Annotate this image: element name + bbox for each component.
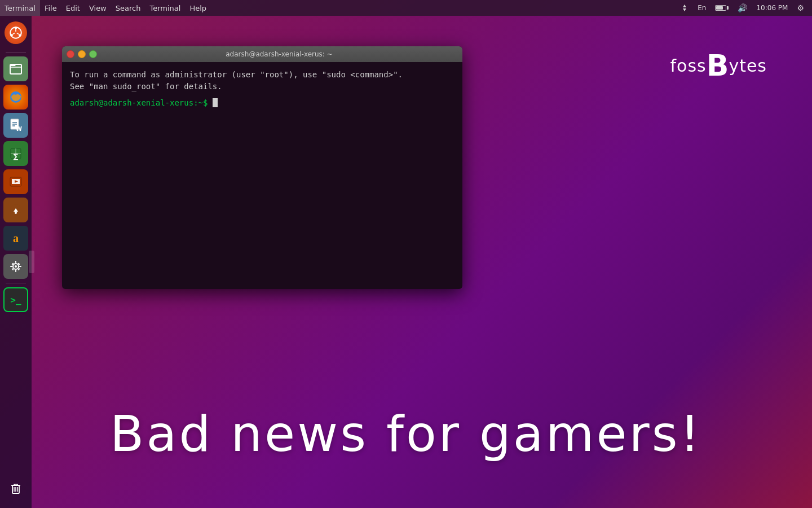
volume-icon[interactable]: 🔊 bbox=[735, 3, 749, 12]
menubar-left: Terminal File Edit View Search Terminal … bbox=[0, 0, 678, 16]
network-arrows-icon[interactable] bbox=[678, 4, 691, 12]
menu-search[interactable]: Search bbox=[111, 0, 145, 16]
terminal-line-1: To run a command as administrator (user … bbox=[70, 69, 454, 81]
menu-appname[interactable]: Terminal bbox=[0, 0, 40, 16]
sidebar-item-amazon[interactable]: a bbox=[3, 226, 28, 251]
svg-point-5 bbox=[10, 34, 13, 37]
sidebar-item-libreoffice-writer[interactable]: W bbox=[3, 113, 28, 138]
menu-edit[interactable]: Edit bbox=[61, 0, 85, 16]
svg-point-3 bbox=[15, 27, 17, 29]
svg-marker-0 bbox=[683, 5, 686, 7]
menu-view[interactable]: View bbox=[85, 0, 111, 16]
sidebar-item-terminal[interactable]: >_ bbox=[3, 287, 28, 312]
svg-point-29 bbox=[15, 265, 17, 268]
svg-rect-32 bbox=[10, 266, 12, 267]
desktop-headline: Bad news for gamers! bbox=[34, 405, 778, 463]
sidebar-expand-toggle[interactable] bbox=[29, 251, 34, 273]
svg-rect-31 bbox=[15, 270, 16, 272]
ubuntu-home-button[interactable] bbox=[3, 20, 28, 45]
sidebar: W ∑ a bbox=[0, 16, 32, 508]
fossbytes-B-text: B bbox=[707, 51, 729, 80]
settings-gear-icon[interactable]: ⚙ bbox=[795, 3, 806, 12]
terminal-title: adarsh@adarsh-xenial-xerus: ~ bbox=[100, 50, 458, 58]
svg-marker-1 bbox=[683, 8, 686, 11]
fossbytes-logo: foss B ytes bbox=[670, 51, 767, 80]
sidebar-item-system-settings[interactable] bbox=[3, 254, 28, 279]
sidebar-divider bbox=[6, 52, 26, 52]
sidebar-item-firefox[interactable] bbox=[3, 85, 28, 110]
terminal-titlebar: adarsh@adarsh-xenial-xerus: ~ bbox=[62, 46, 462, 62]
sidebar-item-trash[interactable] bbox=[3, 476, 28, 501]
sidebar-divider-2 bbox=[6, 283, 26, 283]
clock[interactable]: 10:06 PM bbox=[754, 4, 790, 12]
top-menubar: Terminal File Edit View Search Terminal … bbox=[0, 0, 812, 16]
svg-rect-33 bbox=[19, 266, 21, 267]
window-close-button[interactable] bbox=[67, 50, 74, 58]
sidebar-item-libreoffice-impress[interactable] bbox=[3, 169, 28, 194]
svg-text:W: W bbox=[16, 126, 22, 132]
window-minimize-button[interactable] bbox=[78, 50, 86, 58]
sidebar-item-software-center[interactable] bbox=[3, 198, 28, 222]
svg-point-4 bbox=[19, 34, 21, 37]
svg-line-7 bbox=[17, 33, 19, 34]
terminal-prompt-line: adarsh@adarsh-xenial-xerus:~$ bbox=[70, 97, 454, 109]
svg-text:∑: ∑ bbox=[14, 152, 19, 160]
svg-line-8 bbox=[12, 33, 15, 34]
terminal-cursor bbox=[213, 98, 218, 107]
terminal-prompt: adarsh@adarsh-xenial-xerus:~$ bbox=[70, 98, 213, 107]
svg-rect-30 bbox=[15, 261, 16, 263]
menubar-right: En 🔊 10:06 PM ⚙ bbox=[678, 3, 812, 12]
terminal-body[interactable]: To run a command as administrator (user … bbox=[62, 62, 462, 289]
menu-help[interactable]: Help bbox=[185, 0, 211, 16]
fossbytes-foss-text: foss bbox=[670, 56, 707, 76]
sidebar-item-libreoffice-calc[interactable]: ∑ bbox=[3, 141, 28, 166]
battery-icon[interactable] bbox=[713, 5, 731, 11]
fossbytes-ytes-text: ytes bbox=[729, 56, 767, 76]
terminal-window: adarsh@adarsh-xenial-xerus: ~ To run a c… bbox=[62, 46, 462, 289]
menu-file[interactable]: File bbox=[40, 0, 61, 16]
svg-point-27 bbox=[15, 212, 17, 214]
language-indicator[interactable]: En bbox=[695, 4, 708, 12]
menu-terminal[interactable]: Terminal bbox=[145, 0, 185, 16]
terminal-line-2: See "man sudo_root" for details. bbox=[70, 81, 454, 93]
window-maximize-button[interactable] bbox=[89, 50, 97, 58]
sidebar-item-files[interactable] bbox=[3, 56, 28, 81]
